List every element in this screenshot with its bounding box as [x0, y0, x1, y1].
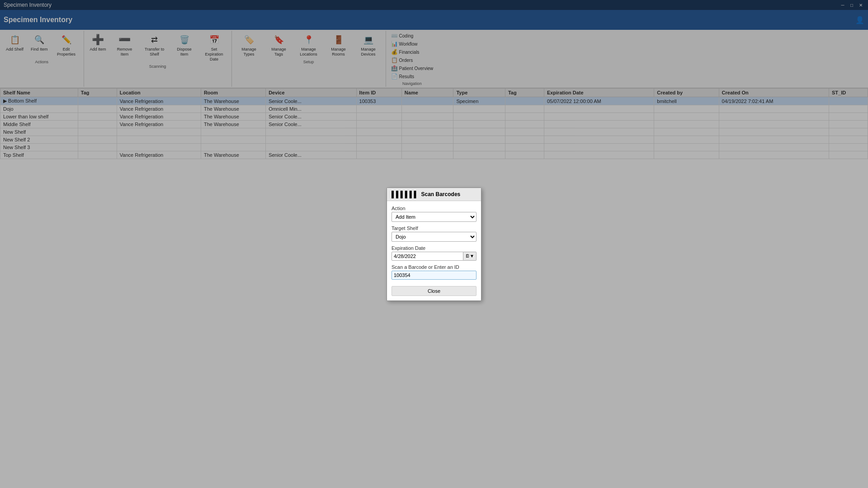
action-label: Action — [392, 206, 476, 211]
expiration-date-label: Expiration Date — [392, 245, 476, 251]
action-group: Action Add Item Remove Item Transfer to … — [392, 206, 476, 222]
modal-overlay[interactable]: ▌▌▌▌▌▌ Scan Barcodes Action Add Item Rem… — [0, 0, 868, 488]
scan-label: Scan a Barcode or Enter an ID — [392, 264, 476, 270]
barcode-icon: ▌▌▌▌▌▌ — [392, 191, 419, 198]
target-shelf-group: Target Shelf Bottom Shelf Dojo Lower tha… — [392, 225, 476, 242]
modal-title: Scan Barcodes — [421, 191, 461, 197]
scan-barcodes-modal: ▌▌▌▌▌▌ Scan Barcodes Action Add Item Rem… — [387, 188, 481, 301]
modal-body: Action Add Item Remove Item Transfer to … — [387, 201, 481, 300]
date-input-wrapper: 🗓▼ — [392, 252, 476, 261]
modal-header: ▌▌▌▌▌▌ Scan Barcodes — [387, 188, 481, 201]
action-select[interactable]: Add Item Remove Item Transfer to Shelf — [392, 212, 476, 222]
close-button-modal[interactable]: Close — [392, 286, 476, 296]
expiration-date-group: Expiration Date 🗓▼ — [392, 245, 476, 261]
target-shelf-label: Target Shelf — [392, 225, 476, 231]
expiration-date-input[interactable] — [392, 252, 463, 261]
target-shelf-select[interactable]: Bottom Shelf Dojo Lower than low shelf M… — [392, 232, 476, 242]
scan-input[interactable] — [392, 271, 476, 280]
scan-group: Scan a Barcode or Enter an ID — [392, 264, 476, 280]
date-picker-button[interactable]: 🗓▼ — [463, 252, 476, 261]
